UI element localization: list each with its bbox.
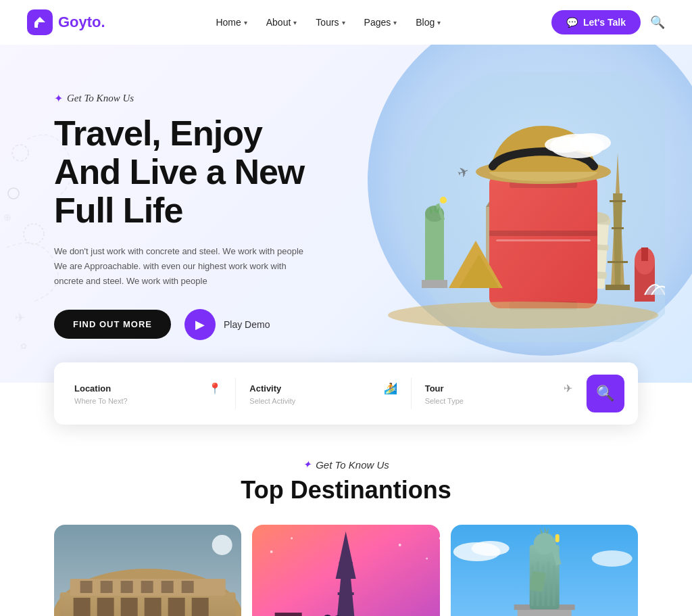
svg-text:✈: ✈ (15, 311, 25, 325)
hero-illustration: ✈ (354, 72, 665, 342)
svg-rect-61 (145, 598, 162, 616)
section-title: Top Destinantions (54, 476, 638, 504)
hero-section: ✈ ⊕ ✿ ✦ Get To Know Us Travel, Enjoy And… (0, 45, 692, 383)
navbar: Goyto. Home ▾ About ▾ Tours ▾ Pages ▾ Bl… (0, 0, 692, 45)
travel-illustration: ✈ (354, 72, 665, 342)
svg-rect-68 (141, 581, 153, 593)
svg-point-4 (8, 188, 19, 199)
svg-rect-20 (425, 214, 444, 281)
search-button[interactable]: 🔍 (587, 375, 624, 412)
search-bar: Location 📍 Where To Next? Activity 🏄 Sel… (54, 362, 638, 425)
chevron-down-icon: ▾ (293, 19, 297, 26)
svg-point-90 (426, 558, 428, 560)
svg-rect-58 (74, 598, 91, 616)
svg-point-87 (270, 550, 273, 553)
svg-rect-66 (101, 581, 113, 593)
svg-rect-65 (80, 581, 93, 593)
svg-point-41 (489, 165, 597, 179)
svg-rect-35 (489, 231, 597, 236)
svg-point-89 (399, 544, 401, 546)
hero-title: Travel, Enjoy And Live a New Full Life (54, 114, 354, 231)
svg-point-5 (24, 224, 44, 244)
nav-item-pages[interactable]: Pages ▾ (364, 17, 397, 28)
location-icon: 📍 (208, 382, 222, 395)
svg-point-50 (545, 137, 583, 153)
svg-rect-15 (606, 285, 630, 290)
svg-rect-14 (608, 261, 628, 263)
destinations-grid (54, 525, 638, 616)
tour-icon: ✈ (564, 382, 572, 395)
location-field[interactable]: Location 📍 Where To Next? (61, 378, 236, 409)
play-icon: ▶ (184, 309, 216, 340)
svg-rect-27 (422, 280, 447, 288)
logo-icon (27, 9, 53, 35)
activity-icon: 🏄 (384, 382, 397, 395)
svg-rect-81 (338, 592, 354, 595)
destination-card[interactable] (252, 525, 439, 616)
svg-rect-2 (38, 24, 41, 28)
destinations-section: ✦ Get To Know Us Top Destinantions (0, 425, 692, 616)
svg-point-88 (291, 538, 293, 540)
svg-rect-103 (552, 565, 555, 606)
svg-rect-12 (610, 200, 626, 202)
star-icon: ✦ (54, 92, 63, 105)
svg-rect-13 (612, 227, 624, 229)
svg-rect-59 (97, 598, 114, 616)
chevron-down-icon: ▾ (437, 19, 441, 26)
search-icon: 🔍 (596, 385, 614, 402)
find-out-more-button[interactable]: FIND OUT MORE (54, 310, 171, 339)
svg-point-71 (212, 535, 232, 555)
nav-links: Home ▾ About ▾ Tours ▾ Pages ▾ Blog ▾ (216, 17, 441, 28)
chevron-down-icon: ▾ (342, 19, 345, 26)
play-demo-button[interactable]: ▶ Play Demo (184, 309, 270, 340)
nav-item-blog[interactable]: Blog ▾ (416, 17, 441, 28)
colosseum-image (54, 525, 241, 616)
logo[interactable]: Goyto. (27, 9, 105, 35)
chat-icon: 💬 (566, 17, 578, 28)
destination-card[interactable] (54, 525, 241, 616)
svg-rect-102 (547, 562, 549, 606)
nav-item-tours[interactable]: Tours ▾ (316, 17, 345, 28)
svg-rect-67 (121, 581, 133, 593)
hero-buttons: FIND OUT MORE ▶ Play Demo (54, 309, 354, 340)
hero-content: ✦ Get To Know Us Travel, Enjoy And Live … (54, 72, 354, 342)
destination-card[interactable] (451, 525, 638, 616)
svg-marker-1 (34, 17, 45, 22)
svg-point-116 (591, 550, 632, 567)
chevron-down-icon: ▾ (244, 19, 247, 26)
lets-talk-button[interactable]: 💬 Let's Talk (551, 10, 641, 34)
svg-rect-75 (275, 613, 302, 616)
svg-point-23 (440, 197, 447, 204)
star-icon: ✦ (303, 458, 312, 471)
svg-point-3 (12, 145, 28, 161)
chevron-down-icon: ▾ (393, 19, 397, 26)
eiffel-image (252, 525, 439, 616)
svg-rect-60 (121, 598, 138, 616)
svg-rect-63 (192, 598, 209, 616)
statue-liberty-image (451, 525, 638, 616)
hero-subtitle: ✦ Get To Know Us (54, 92, 354, 105)
svg-point-44 (388, 302, 658, 329)
search-icon[interactable]: 🔍 (650, 15, 665, 30)
nav-item-home[interactable]: Home ▾ (216, 17, 247, 28)
activity-field[interactable]: Activity 🏄 Select Activity (236, 378, 411, 409)
nav-item-about[interactable]: About ▾ (266, 17, 297, 28)
tour-field[interactable]: Tour ✈ Select Type (412, 378, 587, 409)
svg-rect-111 (555, 534, 559, 542)
section-subtitle: ✦ Get To Know Us (54, 458, 638, 471)
nav-right: 💬 Let's Talk 🔍 (551, 10, 665, 34)
svg-rect-62 (168, 598, 185, 616)
hero-description: We don't just work with concrete and ste… (54, 244, 304, 289)
svg-rect-36 (496, 239, 591, 241)
svg-rect-70 (182, 581, 194, 593)
svg-text:✿: ✿ (20, 341, 27, 351)
svg-rect-69 (162, 581, 174, 593)
svg-point-115 (471, 541, 509, 556)
svg-rect-82 (339, 562, 353, 564)
svg-text:⊕: ⊕ (3, 212, 11, 222)
brand-name: Goyto. (58, 14, 105, 31)
svg-rect-47 (641, 247, 648, 261)
